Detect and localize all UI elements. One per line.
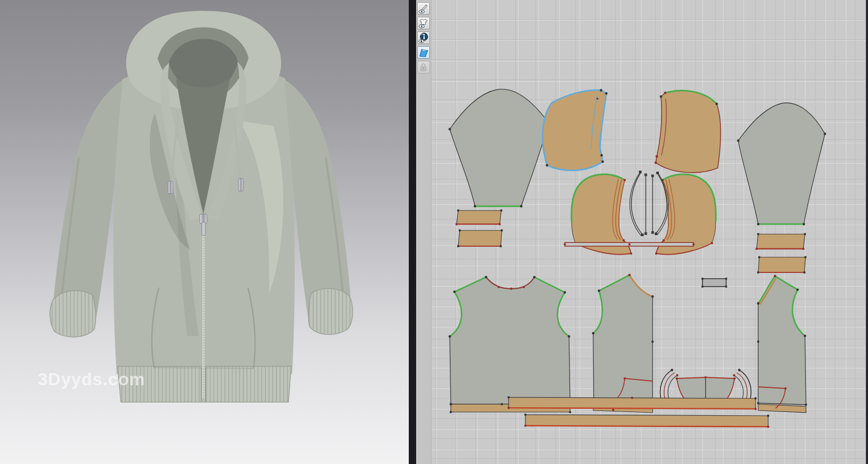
piece-body-front-left[interactable] bbox=[592, 274, 654, 413]
pattern-pieces-layer bbox=[416, 0, 868, 464]
window-right-border bbox=[866, 0, 868, 464]
show-pattern-fill-button[interactable] bbox=[417, 46, 430, 59]
piece-sleeve-right[interactable] bbox=[737, 103, 826, 225]
piece-sleeve-cuff-right-2[interactable] bbox=[757, 256, 807, 273]
hoodie-garment[interactable] bbox=[50, 11, 353, 402]
piece-body-front-right[interactable] bbox=[757, 275, 808, 413]
piece-sleeve-cuff-left-2[interactable] bbox=[457, 229, 503, 247]
piece-sleeve-cuff-right-1[interactable] bbox=[756, 233, 806, 250]
show-garment-fit-button[interactable] bbox=[417, 17, 430, 29]
watermark-text: 3Dyyds.com bbox=[38, 370, 145, 389]
piece-hood-top-left-selected[interactable] bbox=[543, 89, 608, 171]
lock-icon bbox=[418, 61, 429, 73]
show-information-button[interactable] bbox=[417, 31, 430, 44]
drawstring-aglet-right bbox=[239, 178, 243, 191]
pattern-page-icon bbox=[418, 47, 429, 58]
hoodie-3d-render[interactable] bbox=[0, 0, 409, 464]
application-window: 3Dyyds.com bbox=[0, 0, 868, 464]
piece-hem-band-strip-2[interactable] bbox=[524, 414, 769, 428]
piece-hem-band-strip-1[interactable] bbox=[508, 396, 757, 410]
show-stitch-lines-button[interactable] bbox=[417, 2, 430, 15]
3d-viewport[interactable]: 3Dyyds.com bbox=[0, 0, 409, 464]
needle-eye-icon bbox=[418, 3, 429, 14]
2d-view-toolbar bbox=[416, 0, 431, 464]
lock-patterns-button[interactable] bbox=[417, 61, 430, 73]
piece-drawstring-left[interactable] bbox=[630, 171, 647, 236]
piece-zipper-facing-rect[interactable] bbox=[701, 278, 727, 288]
piece-pocket-binding-left[interactable] bbox=[660, 369, 678, 403]
hoodie-cuff-right bbox=[308, 289, 353, 335]
panel-divider[interactable] bbox=[409, 0, 416, 464]
piece-hood-top-right[interactable] bbox=[655, 91, 721, 173]
piece-pocket-binding-right[interactable] bbox=[733, 369, 751, 403]
piece-hood-binding-strip[interactable] bbox=[564, 242, 695, 246]
info-eye-icon bbox=[418, 32, 429, 44]
hoodie-cuff-left bbox=[50, 291, 96, 337]
zipper-pull-tab bbox=[202, 222, 205, 236]
piece-sleeve-cuff-left-1[interactable] bbox=[456, 209, 502, 225]
shirt-eye-icon bbox=[418, 17, 429, 29]
drawstring-aglet-left bbox=[168, 181, 173, 194]
2d-pattern-viewport[interactable] bbox=[416, 0, 868, 464]
piece-body-back[interactable] bbox=[449, 276, 572, 414]
piece-sleeve-left[interactable] bbox=[449, 89, 550, 208]
